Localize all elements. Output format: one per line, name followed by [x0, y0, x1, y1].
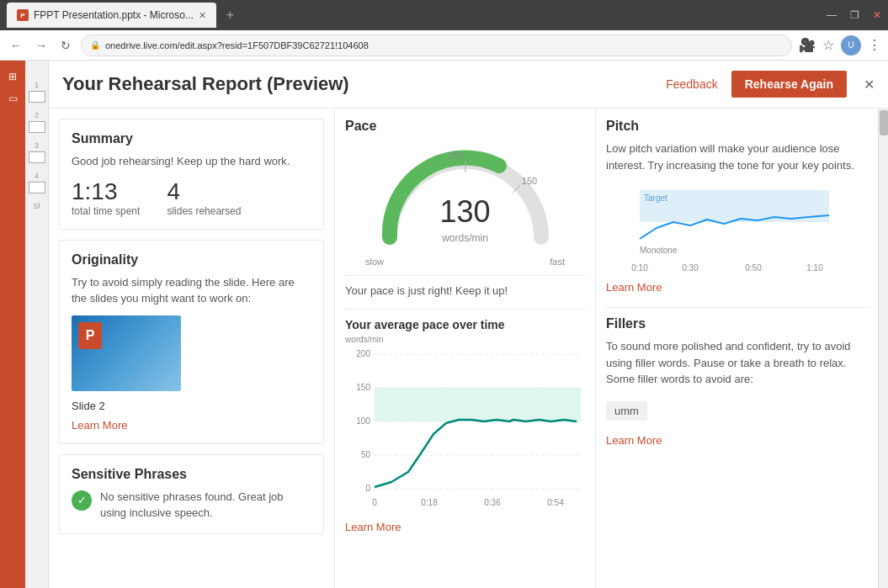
active-tab[interactable]: P FPPT Presentation.pptx - Microso... ✕	[7, 3, 216, 28]
divider-2	[345, 309, 585, 310]
slide-thumb-1[interactable]	[29, 91, 45, 103]
report-panel: Your Rehearsal Report (Preview) Feedback…	[49, 61, 888, 588]
lock-icon: 🔒	[90, 40, 100, 50]
tab-favicon: P	[17, 9, 29, 21]
svg-text:Target: Target	[644, 193, 667, 203]
summary-description: Good job rehearsing! Keep up the hard wo…	[72, 153, 311, 170]
pace-title: Pace	[345, 119, 585, 134]
middle-column: Pace 100 150	[335, 109, 596, 588]
slides-stat: 4 slides rehearsed	[167, 178, 241, 217]
time-value: 1:13	[72, 178, 140, 205]
summary-card: Summary Good job rehearsing! Keep up the…	[59, 119, 324, 230]
pace-y-label: words/min	[345, 335, 585, 344]
svg-text:1:10: 1:10	[806, 263, 823, 273]
slide-thumb-4[interactable]	[29, 182, 45, 193]
pitch-learn-more[interactable]: Learn More	[606, 281, 868, 294]
address-bar: ← → ↻ 🔒 onedrive.live.com/edit.aspx?resi…	[0, 30, 888, 61]
sensitive-title: Sensitive Phrases	[72, 467, 311, 482]
slide-num-3: 3	[35, 141, 39, 150]
back-button[interactable]: ←	[7, 35, 25, 56]
slides-label: slides rehearsed	[167, 205, 241, 217]
minimize-button[interactable]: —	[827, 9, 837, 21]
browser-chrome: P FPPT Presentation.pptx - Microso... ✕ …	[0, 0, 888, 61]
filler-word-badge: umm	[606, 401, 647, 421]
bookmark-icon[interactable]: ☆	[822, 37, 834, 53]
left-column: Summary Good job rehearsing! Keep up the…	[49, 109, 335, 588]
feedback-button[interactable]: Feedback	[666, 77, 717, 91]
stats-row: 1:13 total time spent 4 slides rehearsed	[72, 178, 311, 217]
svg-text:0:30: 0:30	[682, 263, 699, 273]
svg-text:100: 100	[447, 151, 462, 161]
window-controls: — ❐ ✕	[827, 9, 881, 21]
svg-text:0:18: 0:18	[421, 498, 438, 507]
slide-label-si: Sl	[33, 202, 40, 210]
sensitive-content: ✓ No sensitive phrases found. Great job …	[72, 489, 311, 522]
originality-card: Originality Try to avoid simply reading …	[59, 240, 324, 444]
pitch-section: Pitch Low pitch variation will make your…	[606, 119, 868, 294]
tab-label: FPPT Presentation.pptx - Microso...	[34, 9, 194, 21]
slide-thumbnails-panel: 1 2 3 4 Sl	[25, 61, 49, 588]
gauge-speed-labels: slow fast	[345, 257, 585, 267]
main-content: ⊞ ▭ 1 2 3 4 Sl Your Rehearsal Report (Pr…	[0, 61, 888, 588]
fillers-section: Fillers To sound more polished and confi…	[606, 316, 868, 447]
slide-num-4: 4	[35, 172, 39, 180]
right-column: Pitch Low pitch variation will make your…	[596, 109, 878, 588]
powerpoint-sidebar: ⊞ ▭	[0, 61, 25, 588]
close-panel-icon[interactable]: ✕	[864, 77, 875, 93]
summary-title: Summary	[72, 131, 311, 146]
originality-title: Originality	[72, 252, 311, 268]
sidebar-grid-icon[interactable]: ⊞	[5, 67, 20, 86]
slide-thumb-3[interactable]	[29, 151, 45, 163]
svg-text:0:50: 0:50	[745, 263, 762, 273]
slide-thumb-2[interactable]	[29, 121, 45, 133]
report-body: Summary Good job rehearsing! Keep up the…	[49, 109, 888, 588]
svg-text:150: 150	[356, 383, 370, 392]
svg-text:Monotone: Monotone	[640, 246, 678, 255]
sensitive-description: No sensitive phrases found. Great job us…	[100, 489, 311, 522]
originality-learn-more[interactable]: Learn More	[72, 419, 311, 432]
pace-unit: words/min	[442, 232, 488, 244]
url-text: onedrive.live.com/edit.aspx?resid=1F507D…	[105, 40, 783, 50]
fillers-description: To sound more polished and confident, tr…	[606, 338, 868, 388]
url-box[interactable]: 🔒 onedrive.live.com/edit.aspx?resid=1F50…	[81, 34, 792, 56]
svg-text:50: 50	[361, 450, 371, 459]
powerpoint-icon: P	[78, 322, 102, 349]
svg-rect-14	[375, 388, 581, 421]
rehearse-again-button[interactable]: Rehearse Again	[731, 71, 847, 98]
refresh-button[interactable]: ↻	[57, 35, 74, 56]
tab-close-icon[interactable]: ✕	[199, 10, 206, 21]
sidebar-slide-icon[interactable]: ▭	[5, 89, 21, 108]
slow-label: slow	[365, 257, 384, 267]
forward-button[interactable]: →	[32, 35, 51, 56]
check-icon: ✓	[72, 490, 92, 511]
menu-icon[interactable]: ⋮	[868, 37, 881, 53]
camera-icon: 🎥	[799, 37, 816, 53]
close-button[interactable]: ✕	[873, 9, 881, 21]
originality-description: Try to avoid simply reading the slide. H…	[72, 274, 311, 307]
slide-num-2: 2	[35, 111, 39, 119]
user-avatar[interactable]: U	[841, 35, 861, 56]
svg-text:200: 200	[356, 349, 370, 358]
pace-chart-svg: 200 150 100 50 0 0 0:18 0:36 0:54	[345, 346, 585, 514]
divider-pitch-fillers	[606, 307, 868, 308]
time-label: total time spent	[72, 205, 140, 217]
restore-button[interactable]: ❐	[850, 9, 859, 21]
svg-text:0:10: 0:10	[631, 263, 648, 273]
scrollbar[interactable]	[878, 109, 888, 588]
fillers-learn-more[interactable]: Learn More	[606, 434, 868, 447]
pace-gauge: 100 150 130 words/min	[373, 140, 558, 250]
svg-text:150: 150	[521, 176, 536, 186]
title-bar: P FPPT Presentation.pptx - Microso... ✕ …	[0, 0, 888, 30]
svg-text:0: 0	[365, 484, 370, 493]
pace-learn-more[interactable]: Learn More	[345, 521, 585, 533]
svg-text:0:36: 0:36	[484, 498, 501, 507]
pace-message: Your pace is just right! Keep it up!	[345, 284, 585, 297]
new-tab-button[interactable]: +	[223, 4, 237, 26]
fillers-title: Fillers	[606, 316, 868, 331]
pitch-chart-svg: Target Monotone 0:10 0:30 0:50 1:10	[606, 182, 833, 274]
fast-label: fast	[550, 257, 565, 267]
svg-text:100: 100	[356, 416, 370, 426]
svg-text:0: 0	[372, 498, 377, 507]
sensitive-phrases-card: Sensitive Phrases ✓ No sensitive phrases…	[59, 454, 324, 534]
svg-text:0:54: 0:54	[547, 498, 564, 507]
